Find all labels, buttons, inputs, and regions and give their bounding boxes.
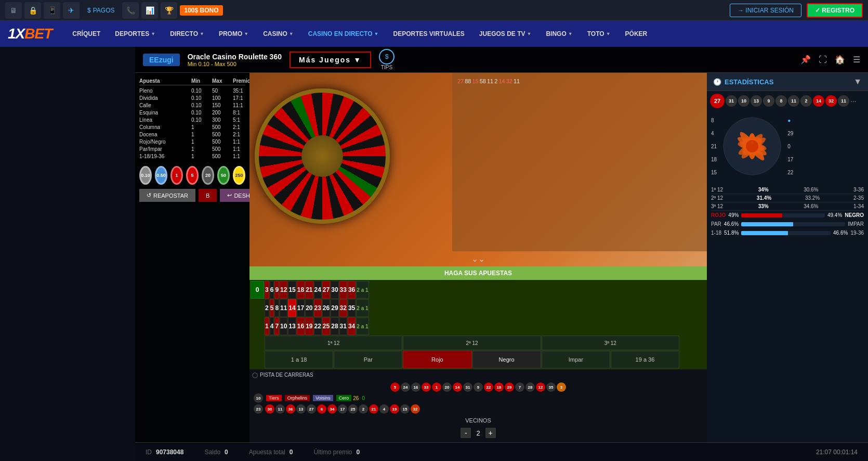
num-3[interactable]: 3 xyxy=(265,281,269,299)
register-button[interactable]: ✓ REGISTRO xyxy=(807,3,863,18)
tiers-button[interactable]: Tiers xyxy=(266,395,282,401)
more-stats-icon[interactable]: ··· xyxy=(850,97,857,105)
num-27[interactable]: 27 xyxy=(322,281,330,299)
race-num[interactable]: 25 xyxy=(348,404,358,414)
race-num[interactable]: 7 xyxy=(515,382,524,392)
num-36[interactable]: 36 xyxy=(348,281,356,299)
col2-2a1[interactable]: 2 a 1 xyxy=(356,299,369,317)
bet-rojo[interactable]: Rojo xyxy=(403,351,471,368)
num-31[interactable]: 31 xyxy=(339,317,347,335)
race-num[interactable]: 3 xyxy=(557,382,566,392)
race-num[interactable]: 6 xyxy=(317,404,326,414)
chip-250[interactable]: 250 xyxy=(233,166,245,185)
tips-button[interactable]: $ TIPS xyxy=(379,49,394,70)
num-20[interactable]: 20 xyxy=(305,299,313,317)
chip-010[interactable]: 0.10 xyxy=(139,166,152,185)
race-num[interactable]: 14 xyxy=(453,382,462,392)
num-14[interactable]: 14 xyxy=(288,299,296,317)
nav-bingo[interactable]: BINGO ▼ xyxy=(538,21,580,47)
chip-1[interactable]: 1 xyxy=(170,166,183,185)
bet-par[interactable]: Par xyxy=(334,351,402,368)
num-8[interactable]: 8 xyxy=(274,299,279,317)
num-23[interactable]: 23 xyxy=(314,299,322,317)
chevron-down-icon[interactable]: ▼ xyxy=(853,77,862,86)
race-num[interactable]: 19 xyxy=(390,404,399,414)
vecinos-plus[interactable]: + xyxy=(485,428,496,438)
zero-cell[interactable]: 0 xyxy=(251,281,264,299)
site-logo[interactable]: 1XBET xyxy=(8,25,52,42)
nav-casino[interactable]: CASINO ▼ xyxy=(256,21,301,47)
race-num[interactable]: 28 xyxy=(525,382,535,392)
dozen-3[interactable]: 3ª 12 xyxy=(542,336,679,350)
bet-impar[interactable]: Impar xyxy=(542,351,610,368)
num-19[interactable]: 19 xyxy=(305,317,313,335)
num-15[interactable]: 15 xyxy=(288,281,296,299)
num-2[interactable]: 2 xyxy=(265,299,269,317)
reapostar-button[interactable]: ↺ REAPOSTAR xyxy=(139,189,195,202)
pin-icon[interactable]: 📌 xyxy=(800,55,811,65)
race-num[interactable]: 4 xyxy=(379,404,389,414)
col3-2a1[interactable]: 2 a 1 xyxy=(356,317,369,335)
nav-deportes[interactable]: DEPORTES ▼ xyxy=(108,21,163,47)
b-button[interactable]: B xyxy=(199,189,217,202)
race-num[interactable]: 31 xyxy=(463,382,472,392)
bonus-button[interactable]: 100$ BONO xyxy=(180,5,222,16)
num-28[interactable]: 28 xyxy=(331,317,338,335)
nav-deportes-virtuales[interactable]: DEPORTES VIRTUALES xyxy=(386,21,471,47)
num-13[interactable]: 13 xyxy=(288,317,296,335)
num-16[interactable]: 16 xyxy=(297,317,305,335)
race-num[interactable]: 21 xyxy=(369,404,378,414)
race-num[interactable]: 2 xyxy=(359,404,368,414)
race-num[interactable]: 30 xyxy=(265,404,274,414)
num-35[interactable]: 35 xyxy=(348,299,356,317)
col1-2a1[interactable]: 2 a 1 xyxy=(356,281,369,299)
monitor-icon[interactable]: 🖥 xyxy=(5,2,22,19)
race-num[interactable]: 1 xyxy=(432,382,441,392)
race-num[interactable]: 36 xyxy=(286,404,295,414)
race-num[interactable]: 32 xyxy=(411,404,420,414)
voisins-button[interactable]: Voisins xyxy=(313,395,333,401)
race-num[interactable]: 5 xyxy=(390,382,400,392)
home-icon[interactable]: 🏠 xyxy=(835,55,845,65)
chip-50[interactable]: 50 xyxy=(217,166,230,185)
race-num[interactable]: 16 xyxy=(411,382,420,392)
num-1[interactable]: 1 xyxy=(265,317,269,335)
num-34[interactable]: 34 xyxy=(348,317,356,335)
nav-poker[interactable]: PÓKER xyxy=(618,21,655,47)
race-num[interactable]: 35 xyxy=(546,382,556,392)
fullscreen-icon[interactable]: ⛶ xyxy=(819,55,827,65)
race-num[interactable]: 20 xyxy=(442,382,452,392)
chip-20[interactable]: 20 xyxy=(202,166,214,185)
lock-icon[interactable]: 🔒 xyxy=(24,2,41,19)
num-18[interactable]: 18 xyxy=(297,281,305,299)
race-num[interactable]: 15 xyxy=(400,404,410,414)
num-4[interactable]: 4 xyxy=(270,317,274,335)
race-num[interactable]: 13 xyxy=(296,404,306,414)
num-10[interactable]: 10 xyxy=(280,317,287,335)
scroll-down-button[interactable]: ⌄⌄ xyxy=(249,251,707,266)
race-num[interactable]: 24 xyxy=(401,382,410,392)
bet-negro[interactable]: Negro xyxy=(472,351,541,368)
phone-icon[interactable]: 📞 xyxy=(122,2,139,19)
chart-icon[interactable]: 📊 xyxy=(141,2,158,19)
nav-promo[interactable]: PROMO ▼ xyxy=(212,21,256,47)
telegram-icon[interactable]: ✈ xyxy=(63,2,80,19)
num-6[interactable]: 6 xyxy=(270,281,274,299)
login-button[interactable]: → INICIAR SESIÓN xyxy=(730,4,801,17)
num-9[interactable]: 9 xyxy=(274,281,279,299)
race-num[interactable]: 22 xyxy=(484,382,493,392)
race-num[interactable]: 9 xyxy=(474,382,483,392)
race-num[interactable]: 29 xyxy=(505,382,514,392)
num-12[interactable]: 12 xyxy=(280,281,287,299)
num-11[interactable]: 11 xyxy=(280,299,287,317)
chip-050[interactable]: 0.50 xyxy=(155,166,167,185)
num-17[interactable]: 17 xyxy=(297,299,305,317)
num-26[interactable]: 26 xyxy=(322,299,330,317)
race-num[interactable]: 33 xyxy=(422,382,431,392)
cero-button[interactable]: Cero xyxy=(336,395,352,401)
num-24[interactable]: 24 xyxy=(314,281,322,299)
orphelins-button[interactable]: Orphelins xyxy=(285,395,310,401)
num-33[interactable]: 33 xyxy=(339,281,347,299)
nav-casino-directo[interactable]: CASINO EN DIRECTO ▼ xyxy=(301,21,386,47)
nav-directo[interactable]: DIRECTO ▼ xyxy=(163,21,212,47)
